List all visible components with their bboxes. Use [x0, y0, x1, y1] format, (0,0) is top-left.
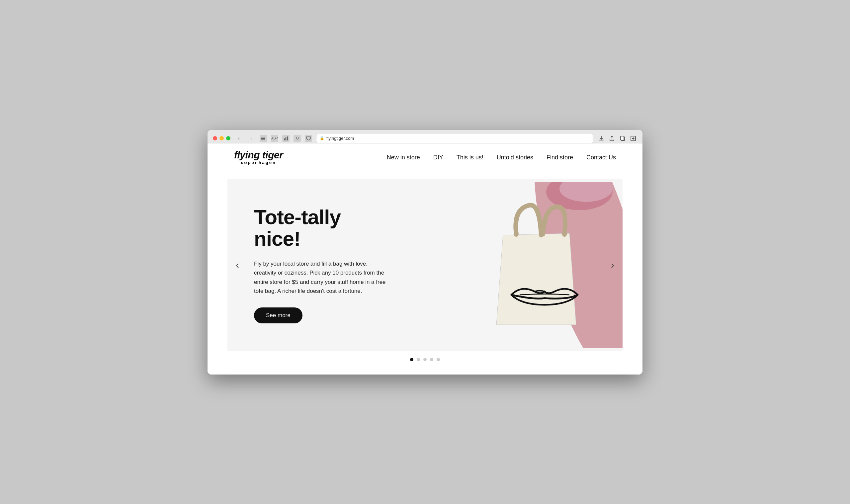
- new-tab-icon[interactable]: [629, 134, 637, 142]
- site-header: flying tiger copenhagen New in store DIY…: [207, 143, 643, 172]
- dot-3[interactable]: [423, 358, 427, 361]
- slider-next-button[interactable]: ›: [606, 258, 619, 272]
- minimize-button[interactable]: [219, 136, 224, 141]
- dot-4[interactable]: [430, 358, 433, 361]
- nav-contact-us[interactable]: Contact Us: [586, 154, 616, 161]
- traffic-lights: [213, 136, 231, 141]
- maximize-button[interactable]: [226, 136, 231, 141]
- tote-bag-illustration: [450, 182, 622, 348]
- slide-image: [405, 179, 623, 351]
- browser-chrome: ‹ › ABP ↻ 🔒 flyingtiger.com: [207, 130, 643, 143]
- download-icon[interactable]: [597, 134, 605, 142]
- refresh-icon[interactable]: ↻: [293, 135, 301, 142]
- extensions-icon[interactable]: ABP: [271, 135, 278, 142]
- logo-flying: flying tiger: [234, 149, 283, 160]
- back-button[interactable]: ‹: [234, 135, 243, 142]
- svg-rect-0: [261, 137, 265, 138]
- svg-rect-3: [284, 139, 285, 141]
- sidebar-toggle[interactable]: [260, 135, 267, 142]
- lock-icon: 🔒: [320, 136, 324, 141]
- dot-5[interactable]: [437, 358, 440, 361]
- browser-window: ‹ › ABP ↻ 🔒 flyingtiger.com: [207, 130, 643, 375]
- logo-copenhagen: copenhagen: [234, 160, 283, 165]
- slide-body: Fly by your local store and fill a bag w…: [254, 259, 387, 295]
- forward-button[interactable]: ›: [247, 135, 256, 142]
- svg-rect-2: [261, 140, 265, 140]
- slider-prev-button[interactable]: ‹: [231, 258, 244, 272]
- website-content: flying tiger copenhagen New in store DIY…: [207, 143, 643, 375]
- nav-untold-stories[interactable]: Untold stories: [497, 154, 533, 161]
- logo-area[interactable]: flying tiger copenhagen: [234, 150, 283, 165]
- nav-new-in-store[interactable]: New in store: [387, 154, 420, 161]
- logo-text: flying tiger: [234, 150, 283, 160]
- nav-find-store[interactable]: Find store: [546, 154, 573, 161]
- close-button[interactable]: [213, 136, 217, 141]
- slide-content: Tote-tally nice! Fly by your local store…: [228, 186, 413, 343]
- share-icon[interactable]: [608, 134, 616, 142]
- address-bar[interactable]: 🔒 flyingtiger.com: [316, 134, 593, 143]
- svg-rect-4: [286, 138, 287, 141]
- dot-2[interactable]: [417, 358, 420, 361]
- stats-icon[interactable]: [282, 135, 290, 142]
- nav-this-is-us[interactable]: This is us!: [456, 154, 484, 161]
- dot-1[interactable]: [410, 358, 413, 361]
- svg-rect-1: [261, 138, 265, 139]
- site-nav: New in store DIY This is us! Untold stor…: [387, 154, 616, 161]
- svg-rect-5: [287, 137, 288, 141]
- svg-rect-7: [620, 136, 624, 140]
- nav-diy[interactable]: DIY: [433, 154, 443, 161]
- see-more-button[interactable]: See more: [254, 307, 303, 323]
- slider-dots: [207, 351, 643, 368]
- slide-title: Tote-tally nice!: [254, 206, 387, 249]
- pocket-icon[interactable]: [305, 135, 312, 142]
- hero-slider: ‹ Tote-tally nice! Fly by your local sto…: [228, 179, 622, 351]
- url-text: flyingtiger.com: [326, 136, 354, 141]
- duplicate-icon[interactable]: [619, 134, 627, 142]
- browser-actions: [597, 134, 637, 142]
